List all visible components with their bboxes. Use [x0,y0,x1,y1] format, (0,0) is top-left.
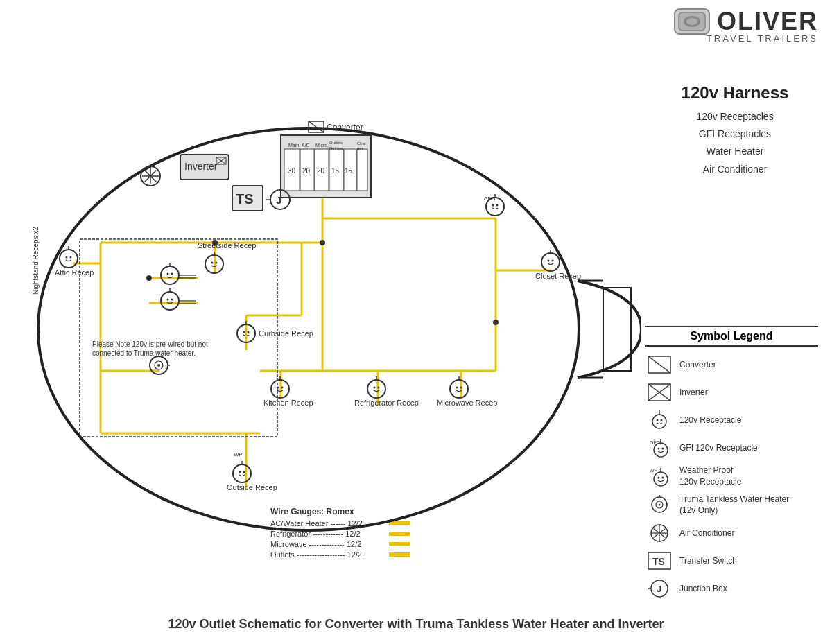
svg-point-119 [211,262,214,264]
svg-text:connected to Truma water heate: connected to Truma water heater. [92,349,196,357]
junction-icon: J [645,577,674,600]
svg-point-110 [496,204,499,207]
svg-text:Streetside Recep: Streetside Recep [198,241,256,250]
svg-text:30: 30 [288,167,296,175]
svg-point-2 [686,18,697,25]
svg-point-153 [460,387,462,389]
svg-text:Kitchen Recep: Kitchen Recep [263,399,313,407]
svg-text:Closet Recep: Closet Recep [535,272,581,280]
svg-text:ger: ger [357,146,363,150]
svg-point-109 [492,204,494,207]
svg-point-24 [659,504,661,506]
legend-weatherproof-label: Weather Proof120v Receptacle [679,464,741,488]
legend-junction-box: J Junction Box [645,577,818,600]
svg-text:Nightstand Receps x2: Nightstand Receps x2 [32,227,40,295]
svg-text:Refrige.: Refrige. [329,146,344,150]
harness-item-2: GFI Receptacles [652,125,818,143]
svg-text:Microwave Recep: Microwave Recep [437,399,497,407]
svg-point-155 [541,253,560,271]
main-diagram: Main A/C Micro. Outlets Refrige. Char ge… [10,59,641,607]
harness-item-1: 120v Receptacles [652,108,818,125]
svg-text:15: 15 [331,167,340,175]
note-text: Please Note 120v is pre-wired but not co… [92,340,208,357]
symbol-legend: Symbol Legend Converter Inverter [645,326,818,605]
harness-item-3: Water Heater [652,143,818,160]
svg-point-15 [662,448,664,450]
legend-converter: Converter [645,354,818,376]
svg-text:GFCI: GFCI [650,440,661,445]
oliver-logo-icon [674,8,710,35]
harness-item-4: Air Conditioner [652,161,818,178]
svg-text:Main: Main [288,143,299,148]
svg-line-4 [648,356,670,373]
brand-subtitle: TRAVEL TRAILERS [674,33,818,44]
svg-point-168 [157,364,160,367]
legend-transfer-switch: TS Transfer Switch [645,550,818,572]
svg-text:Converter: Converter [327,123,363,132]
legend-inverter-label: Inverter [679,388,708,397]
microwave-recep: Microwave Recep [437,376,497,407]
svg-point-137 [243,331,245,333]
svg-text:20: 20 [317,167,325,175]
kitchen-recep: Kitchen Recep [263,376,313,407]
streetside-recep: Streetside Recep [198,241,256,273]
svg-point-160 [233,464,251,482]
svg-point-145 [367,380,385,398]
svg-text:J: J [657,584,661,594]
svg-point-11 [661,419,663,421]
svg-point-114 [66,256,68,259]
svg-text:WP: WP [234,451,243,458]
svg-point-163 [243,471,245,473]
svg-point-162 [239,471,241,473]
nightstand-recep-1 [161,263,196,284]
svg-point-10 [657,419,659,421]
legend-ac: Air Conditioner [645,522,818,544]
outside-recep: WP Outside Recep [227,451,277,491]
svg-text:Outside Recep: Outside Recep [227,483,277,491]
svg-text:Refrigerator Recep: Refrigerator Recep [354,399,419,407]
svg-point-12 [654,443,668,457]
svg-point-8 [652,415,666,428]
svg-point-152 [456,387,458,389]
ts-box: TS [232,186,263,211]
bottom-title: 120v Outlet Schematic for Converter with… [0,617,832,632]
legend-receptacle: 120v Receptacle [645,409,818,431]
svg-point-125 [171,273,173,275]
svg-point-120 [216,262,218,264]
legend-title: Symbol Legend [645,326,818,347]
svg-text:TS: TS [236,191,254,207]
legend-ac-label: Air Conditioner [679,528,734,538]
truma-water-heater [150,354,170,374]
svg-point-147 [374,387,376,389]
svg-point-158 [552,260,554,262]
svg-text:Char: Char [357,141,366,146]
legend-gfi: GFCI GFI 120v Receptacle [645,437,818,459]
truma-icon [645,494,674,516]
svg-point-138 [248,331,250,333]
svg-text:15: 15 [345,167,353,175]
legend-receptacle-label: 120v Receptacle [679,415,741,425]
ac-symbol [141,166,160,186]
svg-point-143 [281,387,284,389]
harness-items: 120v Receptacles GFI Receptacles Water H… [652,108,818,178]
converter-icon [645,354,674,376]
svg-point-19 [658,476,660,478]
svg-point-157 [548,260,550,262]
legend-truma-label: Truma Tankless Water Heater(12v Only) [679,494,789,517]
receptacle-icon [645,409,674,431]
svg-text:Curbside Recep: Curbside Recep [259,329,313,338]
svg-point-124 [167,273,169,275]
svg-line-90 [309,121,324,132]
svg-point-20 [662,476,664,478]
svg-text:J: J [276,194,281,206]
svg-point-67 [146,275,152,281]
gfci-receptacle: GFCI [484,194,504,216]
curbside-recep: Curbside Recep [237,321,313,342]
svg-point-17 [654,472,668,486]
nightstand-recep-2 [161,288,196,310]
junction-box: J [266,190,290,209]
logo-area: OLIVER [674,7,818,36]
svg-text:Attic Recep: Attic Recep [55,268,94,277]
inverter-icon [645,381,674,403]
converter-box: Main A/C Micro. Outlets Refrige. Char ge… [281,135,371,198]
